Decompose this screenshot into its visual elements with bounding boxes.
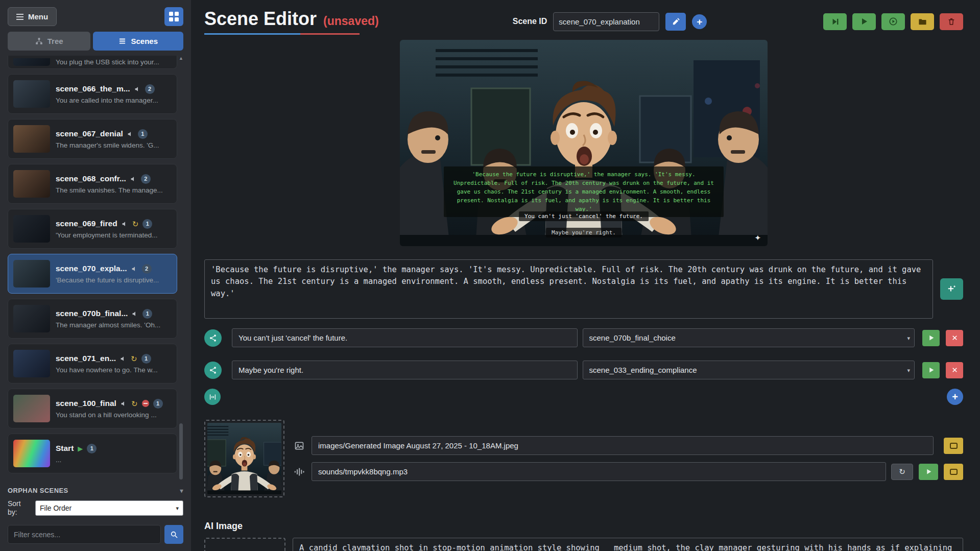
sort-by-label: Sort by: (8, 499, 30, 517)
scene-preview-stage: 'Because the future is disruptive,' the … (204, 40, 963, 246)
list-item-start[interactable]: Start ▶ 1 ... (8, 434, 177, 473)
scene-thumbnail (13, 80, 50, 108)
toolbar (823, 13, 963, 30)
tab-scenes[interactable]: Scenes (93, 32, 183, 51)
scene-thumbnail (13, 125, 50, 153)
play-icon (928, 367, 935, 373)
choice-target-select[interactable]: scene_033_ending_compliance (583, 361, 915, 379)
scene-id-input[interactable] (553, 12, 659, 31)
sort-select[interactable]: File Order (35, 500, 183, 516)
close-icon (951, 334, 958, 341)
delete-choice-button[interactable] (946, 362, 963, 378)
choice-target-select[interactable]: scene_070b_final_choice (583, 328, 915, 347)
skip-button[interactable] (823, 13, 847, 30)
list-item[interactable]: scene_070b_final... 1 The manager almost… (8, 299, 177, 339)
run-from-here-button[interactable] (881, 13, 905, 30)
scene-thumbnail (13, 170, 50, 198)
play-button[interactable] (852, 13, 876, 30)
ending-icon (142, 400, 149, 407)
add-choice-button[interactable]: + (947, 389, 963, 405)
orphan-scenes-header: ORPHAN SCENES ▾ (8, 487, 183, 494)
scene-id-group: Scene ID + (513, 12, 707, 31)
list-item[interactable]: scene_066_the_m... 2 You are called into… (8, 74, 177, 114)
search-button[interactable] (164, 525, 183, 544)
sort-row: Sort by: File Order ▾ (8, 499, 183, 517)
browse-audio-button[interactable] (944, 464, 963, 480)
delete-choice-button[interactable] (946, 330, 963, 346)
list-item[interactable]: scene_068_confr... 2 The smile vanishes.… (8, 164, 177, 204)
image-path-row (293, 436, 963, 455)
filter-scenes-input[interactable] (8, 525, 161, 544)
scene-title: scene_069_fired (56, 219, 117, 228)
ai-prompt-input[interactable]: A candid claymation shot in stop-motion … (293, 538, 963, 551)
scene-desc: The manager almost smiles. 'Oh... (56, 321, 172, 329)
scene-desc: The smile vanishes. The manage... (56, 186, 172, 194)
test-choice-button[interactable] (922, 362, 940, 378)
choice-count-badge: 1 (141, 354, 151, 364)
scene-desc: ... (56, 456, 172, 464)
scene-list: You plug the USB stick into your... scen… (8, 56, 183, 481)
sidebar-scrollbar[interactable]: ▲ (179, 56, 183, 481)
test-choice-button[interactable] (922, 330, 940, 346)
tab-tree[interactable]: Tree (8, 32, 90, 51)
list-item[interactable]: scene_100_final ↻ 1 You stand on a hill … (8, 389, 177, 428)
scene-desc: 'Your employment is terminated... (56, 231, 172, 239)
scene-desc: The manager's smile widens. 'G... (56, 141, 172, 149)
play-icon (860, 17, 868, 26)
list-item-selected[interactable]: scene_070_expla... 2 'Because the future… (8, 254, 177, 294)
ai-generate-text-button[interactable] (940, 278, 963, 300)
grid-icon (169, 12, 179, 21)
share-icon (209, 366, 217, 374)
folder-icon (918, 17, 927, 26)
menu-button[interactable]: Menu (8, 7, 57, 26)
export-button[interactable] (911, 13, 934, 30)
play-icon (928, 334, 935, 341)
choice-text-input[interactable] (232, 361, 578, 379)
image-path-input[interactable] (312, 436, 934, 455)
ai-image-dropzone[interactable] (204, 538, 285, 551)
plus-icon: + (952, 392, 958, 402)
sidebar-top-bar: Menu (8, 7, 183, 26)
choice-branch-button[interactable] (204, 329, 222, 347)
list-item[interactable]: You plug the USB stick into your... (8, 56, 177, 69)
choice-row: scene_033_ending_compliance ▾ (204, 361, 963, 379)
preview-choice-1: You can't just 'cancel' the future. (519, 211, 649, 221)
scene-title: Start (56, 444, 74, 453)
sparkle-icon: ✦ (754, 233, 761, 243)
regenerate-icon: ↻ (131, 355, 137, 363)
chevron-down-icon[interactable]: ▾ (180, 487, 183, 494)
search-icon (170, 531, 178, 539)
scrollbar-thumb[interactable] (179, 423, 183, 480)
regenerate-audio-button[interactable]: ↻ (891, 464, 913, 480)
add-scene-button[interactable]: + (692, 14, 707, 29)
choice-count-badge: 2 (141, 174, 151, 184)
rename-scene-button[interactable] (665, 13, 686, 31)
list-item[interactable]: scene_071_en... ↻ 1 You have nowhere to … (8, 344, 177, 384)
tab-tree-label: Tree (47, 37, 63, 45)
menu-label: Menu (28, 12, 48, 21)
choice-text-input[interactable] (232, 328, 578, 347)
filter-row (8, 525, 183, 544)
delete-scene-button[interactable] (940, 13, 963, 30)
scroll-up-arrow[interactable]: ▲ (179, 56, 183, 61)
image-icon (293, 441, 306, 451)
scene-text-input[interactable]: 'Because the future is disruptive,' the … (204, 259, 933, 319)
scene-thumbnail (13, 58, 50, 66)
audio-path-input[interactable] (312, 462, 886, 481)
play-audio-button[interactable] (919, 464, 938, 480)
share-icon (209, 334, 217, 342)
browse-image-button[interactable] (944, 438, 963, 454)
start-play-icon: ▶ (78, 445, 83, 452)
main-header: Scene Editor (unsaved) Scene ID + (204, 8, 963, 35)
list-icon (118, 37, 126, 45)
list-item[interactable]: scene_067_denial 1 The manager's smile w… (8, 119, 177, 159)
choice-branch-button[interactable] (204, 362, 222, 379)
grid-view-button[interactable] (164, 7, 183, 26)
branch-collapse-button[interactable] (204, 389, 221, 405)
sidebar-tabs: Tree Scenes (8, 32, 183, 51)
scene-desc: You are called into the manager... (56, 97, 172, 104)
ai-image-heading: AI Image (204, 521, 963, 532)
list-item[interactable]: scene_069_fired ↻ 1 'Your employment is … (8, 209, 177, 249)
choice-count-badge: 1 (138, 129, 148, 139)
scene-image-dropzone[interactable] (204, 420, 284, 497)
